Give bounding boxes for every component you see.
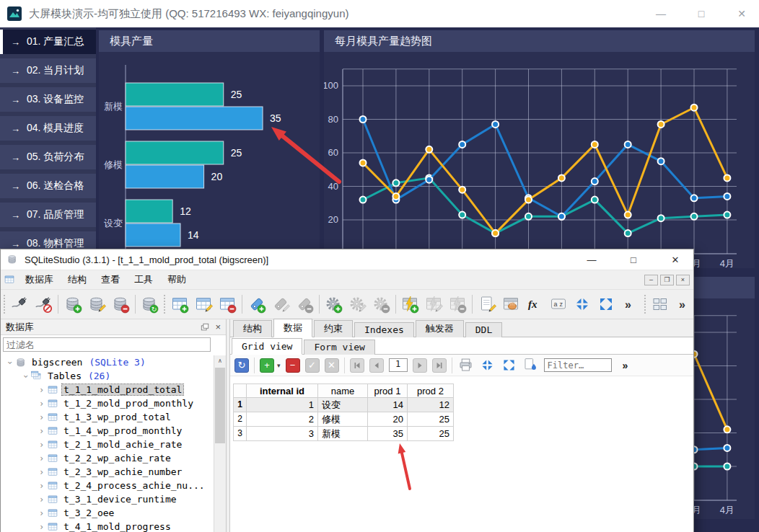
- mdi-restore-button[interactable]: ❐: [660, 275, 674, 285]
- expand-icon[interactable]: ›: [37, 495, 46, 505]
- menu-4[interactable]: 工具: [127, 270, 160, 289]
- expand-icon[interactable]: ›: [37, 481, 46, 491]
- tab-Indexes[interactable]: Indexes: [354, 322, 414, 337]
- commit-changes-button[interactable]: ✓: [305, 358, 320, 373]
- window-layout-icon[interactable]: [651, 295, 670, 314]
- sqlite-maximize-button[interactable]: □: [628, 254, 639, 265]
- grid-cell[interactable]: 2: [247, 412, 318, 427]
- expand-icon[interactable]: ›: [37, 412, 46, 422]
- disconnect-icon[interactable]: [34, 295, 53, 314]
- tree-item-Tables[interactable]: ›Tables(26): [1, 369, 213, 383]
- close-all-windows-icon[interactable]: [573, 295, 592, 314]
- row-header[interactable]: 2: [233, 412, 247, 427]
- mdi-close-button[interactable]: ×: [676, 275, 690, 285]
- add-table-icon[interactable]: [170, 295, 189, 314]
- dashboard-close-button[interactable]: ✕: [736, 8, 747, 19]
- tree-item-t_4_1_mold_progress[interactable]: ›t_4_1_mold_progress: [1, 520, 213, 532]
- expand-columns-icon[interactable]: [501, 357, 517, 373]
- menu-3[interactable]: 查看: [94, 270, 127, 289]
- edit-table-icon[interactable]: [194, 295, 213, 314]
- restore-windows-icon[interactable]: [597, 295, 615, 314]
- grid-cell[interactable]: 35: [368, 427, 408, 441]
- sidebar-item-2[interactable]: →02. 当月计划: [0, 58, 96, 83]
- sqlite-titlebar[interactable]: SQLiteStudio (3.1.1) - [t_1_1_mold_prod_…: [1, 249, 693, 270]
- column-header-prod-1[interactable]: prod 1: [368, 384, 408, 398]
- toolbar-handle[interactable]: [644, 295, 646, 314]
- first-page-button[interactable]: [350, 358, 364, 373]
- tree-item-t_2_1_mold_achie_rate[interactable]: ›t_2_1_mold_achie_rate: [1, 438, 213, 451]
- grid-filter-input[interactable]: [544, 358, 612, 372]
- sidebar-item-4[interactable]: →04. 模具进度: [0, 116, 96, 141]
- column-header-internal-id[interactable]: internal id: [247, 384, 318, 398]
- grid-toolbar-overflow-icon[interactable]: »: [623, 360, 628, 371]
- tab-结构[interactable]: 结构: [233, 320, 272, 337]
- tab-DDL[interactable]: DDL: [465, 322, 502, 337]
- expand-icon[interactable]: ›: [37, 453, 46, 464]
- set-null-icon[interactable]: [522, 357, 539, 373]
- tree-item-t_3_2_oee[interactable]: ›t_3_2_oee: [1, 506, 213, 520]
- edit-database-icon[interactable]: [87, 295, 106, 314]
- delete-row-button[interactable]: −: [286, 358, 300, 373]
- remove-trigger-icon[interactable]: [372, 295, 390, 314]
- remove-database-icon[interactable]: [111, 295, 130, 314]
- collapse-icon[interactable]: ›: [5, 358, 15, 367]
- menu-5[interactable]: 帮助: [160, 270, 193, 289]
- grid-cell[interactable]: 1: [247, 398, 318, 412]
- collations-editor-icon[interactable]: az: [549, 295, 568, 314]
- tree-item-t_1_1_mold_prod_total[interactable]: ›t_1_1_mold_prod_total: [1, 383, 213, 396]
- dock-close-icon[interactable]: ×: [215, 322, 221, 332]
- tree-item-bigscreen[interactable]: ›bigscreen(SQLite 3): [1, 355, 213, 369]
- tab-form-view[interactable]: Form view: [304, 340, 374, 355]
- rollback-changes-button[interactable]: ✕: [325, 358, 339, 373]
- tree-item-t_1_4_wp_prod_monthly[interactable]: ›t_1_4_wp_prod_monthly: [1, 424, 213, 438]
- expand-icon[interactable]: ›: [37, 399, 46, 409]
- edit-trigger-icon[interactable]: [348, 295, 367, 314]
- grid-cell[interactable]: 3: [247, 427, 318, 441]
- page-number-box[interactable]: 1: [389, 358, 408, 372]
- tree-item-t_3_1_device_runtime[interactable]: ›t_3_1_device_runtime: [1, 492, 213, 506]
- prev-page-button[interactable]: [369, 358, 384, 373]
- dashboard-maximize-button[interactable]: □: [696, 8, 707, 19]
- tree-scroll-thumb[interactable]: [215, 368, 225, 443]
- column-header-name[interactable]: name: [318, 384, 368, 398]
- remove-index-icon[interactable]: [295, 295, 314, 314]
- collapse-icon[interactable]: ›: [21, 371, 31, 381]
- tab-grid-view[interactable]: Grid view: [232, 338, 302, 355]
- toolbar-overflow-icon[interactable]: »: [620, 295, 639, 314]
- sidebar-item-3[interactable]: →03. 设备监控: [0, 87, 96, 112]
- tree-item-t_1_3_wp_prod_total[interactable]: ›t_1_3_wp_prod_total: [1, 410, 213, 424]
- sidebar-item-1[interactable]: →01. 产量汇总: [0, 30, 96, 54]
- open-sql-editor-icon[interactable]: [478, 295, 496, 314]
- sqlite-close-button[interactable]: ✕: [670, 254, 680, 265]
- grid-cell[interactable]: 修模: [318, 412, 368, 427]
- next-page-button[interactable]: [413, 358, 427, 373]
- edit-index-icon[interactable]: [271, 295, 290, 314]
- print-icon[interactable]: [457, 357, 474, 373]
- toolbar-handle[interactable]: [164, 295, 165, 314]
- tree-item-t_2_3_wp_achie_number[interactable]: ›t_2_3_wp_achie_number: [1, 465, 213, 479]
- menu-1[interactable]: 数据库: [18, 270, 61, 289]
- grid-cell[interactable]: 设变: [318, 398, 368, 412]
- edit-view-icon[interactable]: [424, 295, 443, 314]
- grid-cell[interactable]: 新模: [318, 427, 368, 441]
- mdi-minimize-button[interactable]: –: [644, 275, 658, 285]
- add-row-button[interactable]: +: [260, 358, 274, 373]
- menu-2[interactable]: 结构: [61, 270, 94, 289]
- add-index-icon[interactable]: [247, 295, 266, 314]
- remove-view-icon[interactable]: [448, 295, 467, 314]
- tree-scrollbar[interactable]: ∧: [214, 355, 226, 532]
- row-header[interactable]: 1: [233, 398, 247, 412]
- grid-cell[interactable]: 14: [368, 398, 408, 412]
- grid-cell[interactable]: 20: [368, 412, 408, 427]
- dashboard-titlebar[interactable]: 大屏模块演示-均可独立使用 (QQ: 517216493 WX: feiyang…: [0, 0, 759, 27]
- connect-icon[interactable]: [10, 295, 29, 314]
- toolbar-overflow-right-icon[interactable]: »: [675, 295, 693, 314]
- column-header-prod-2[interactable]: prod 2: [408, 384, 454, 398]
- sidebar-item-5[interactable]: →05. 负荷分布: [0, 145, 96, 169]
- tree-item-t_1_2_mold_prod_monthly[interactable]: ›t_1_2_mold_prod_monthly: [1, 396, 213, 410]
- add-view-icon[interactable]: [400, 295, 419, 314]
- expand-icon[interactable]: ›: [37, 522, 46, 532]
- add-row-menu-icon[interactable]: ▾: [277, 362, 281, 369]
- tab-数据[interactable]: 数据: [273, 319, 312, 337]
- expand-icon[interactable]: ›: [37, 426, 46, 436]
